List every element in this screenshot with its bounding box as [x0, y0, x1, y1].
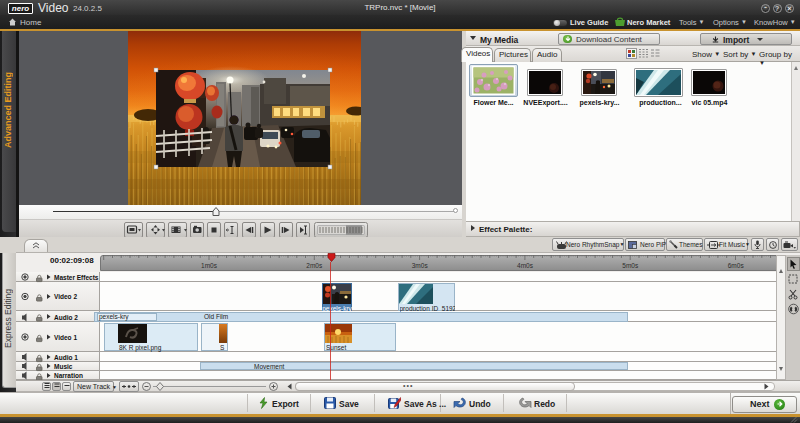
svg-text:6m0s: 6m0s: [728, 262, 745, 269]
svg-text:1m0s: 1m0s: [201, 262, 218, 269]
svg-text:3m0s: 3m0s: [412, 262, 429, 269]
svg-text:4m0s: 4m0s: [517, 262, 534, 269]
svg-text:5m0s: 5m0s: [622, 262, 639, 269]
svg-text:2m0s: 2m0s: [306, 262, 323, 269]
